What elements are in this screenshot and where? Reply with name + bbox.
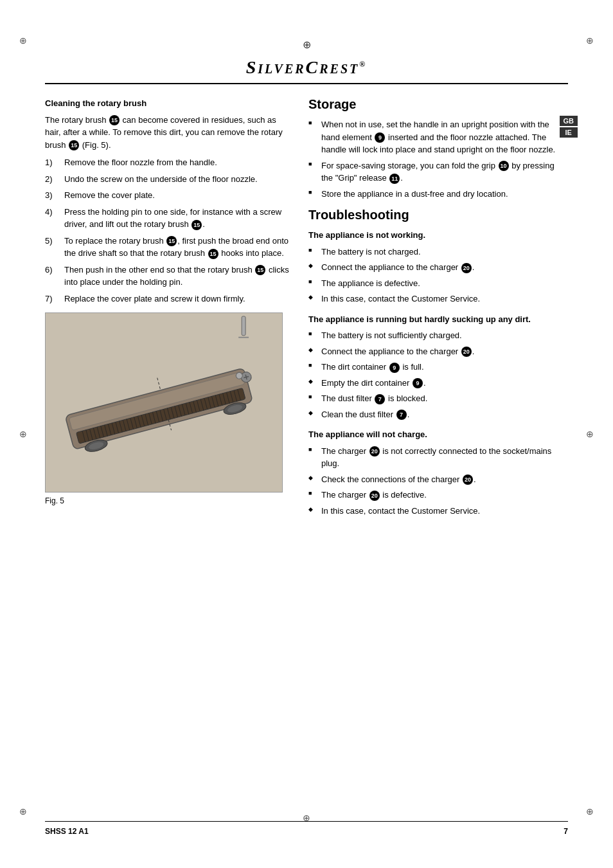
circle-20-2: 20 bbox=[461, 347, 472, 357]
figure-container: Fig. 5 bbox=[45, 312, 289, 507]
circle-20-1: 20 bbox=[461, 263, 472, 273]
svg-rect-57 bbox=[242, 316, 245, 336]
compass-top: ⊕ bbox=[303, 39, 311, 51]
not-working-item-2: Connect the appliance to the charger 20. bbox=[308, 261, 568, 274]
brand-text: SilverCrest bbox=[246, 57, 360, 77]
circle-9-1: 9 bbox=[375, 132, 385, 143]
rotary-brush-intro: The rotary brush 15 can become covered i… bbox=[45, 114, 289, 152]
circle-15-5: 15 bbox=[208, 249, 218, 259]
compass-left: ⊕ bbox=[19, 429, 27, 439]
circle-15-6: 15 bbox=[255, 265, 265, 275]
reg-mark-bottom-left: ⊕ bbox=[19, 806, 27, 817]
page: ⊕ ⊕ ⊕ ⊕ ⊕ ⊕ ⊕ SilverCrest® GB IE Cleanin… bbox=[0, 0, 613, 868]
reg-mark-bottom-right: ⊕ bbox=[586, 806, 594, 817]
figure-image bbox=[45, 312, 283, 493]
not-working-item-4: In this case, contact the Customer Servi… bbox=[308, 293, 568, 305]
storage-section: Storage When not in use, set the handle … bbox=[308, 97, 568, 200]
reg-mark-top-right: ⊕ bbox=[586, 35, 594, 46]
not-charge-item-3: The charger 20 is defective. bbox=[308, 489, 568, 502]
not-sucking-item-4: Empty the dirt container 9. bbox=[308, 377, 568, 390]
not-working-item-3: The appliance is defective. bbox=[308, 277, 568, 290]
steps-list: 1) Remove the floor nozzle from the hand… bbox=[45, 156, 289, 305]
circle-15-2: 15 bbox=[69, 140, 79, 150]
rotary-brush-heading: Cleaning the rotary brush bbox=[45, 97, 289, 110]
storage-list: When not in use, set the handle in an up… bbox=[308, 118, 568, 200]
not-working-list: The battery is not charged. Connect the … bbox=[308, 246, 568, 305]
circle-15-1: 15 bbox=[109, 115, 120, 125]
compass-right: ⊕ bbox=[586, 429, 594, 439]
not-working-heading: The appliance is not working. bbox=[308, 229, 568, 242]
not-charge-heading: The appliance will not charge. bbox=[308, 428, 568, 441]
reg-mark-top-left: ⊕ bbox=[19, 35, 27, 46]
circle-10: 10 bbox=[499, 161, 509, 171]
step-5: 5) To replace the rotary brush 15, first… bbox=[45, 235, 289, 260]
storage-heading: Storage bbox=[308, 97, 568, 112]
troubleshooting-section: Troubleshooting The appliance is not wor… bbox=[308, 208, 568, 517]
not-sucking-list: The battery is not sufficiently charged.… bbox=[308, 329, 568, 420]
brand-name: SilverCrest® bbox=[246, 57, 368, 78]
step-4: 4) Press the holding pin to one side, fo… bbox=[45, 206, 289, 231]
storage-item-1: When not in use, set the handle in an up… bbox=[308, 118, 568, 156]
troubleshooting-heading: Troubleshooting bbox=[308, 208, 568, 222]
not-sucking-item-1: The battery is not sufficiently charged. bbox=[308, 329, 568, 342]
not-working-item-1: The battery is not charged. bbox=[308, 246, 568, 258]
not-sucking-section: The appliance is running but hardly suck… bbox=[308, 313, 568, 421]
figure-svg bbox=[46, 313, 282, 492]
not-sucking-item-6: Clean the dust filter 7. bbox=[308, 408, 568, 421]
right-column: Storage When not in use, set the handle … bbox=[308, 97, 568, 525]
circle-9-2: 9 bbox=[389, 363, 400, 373]
circle-15-3: 15 bbox=[191, 220, 202, 230]
not-charge-item-1: The charger 20 is not correctly connecte… bbox=[308, 445, 568, 470]
step-3: 3) Remove the cover plate. bbox=[45, 189, 289, 202]
top-compass: ⊕ bbox=[45, 39, 568, 51]
circle-9-3: 9 bbox=[413, 378, 423, 388]
not-sucking-item-2: Connect the appliance to the charger 20. bbox=[308, 345, 568, 358]
figure-caption: Fig. 5 bbox=[45, 495, 289, 507]
footer-model: SHSS 12 A1 bbox=[45, 827, 89, 836]
footer: SHSS 12 A1 7 bbox=[45, 821, 568, 836]
not-charge-item-4: In this case, contact the Customer Servi… bbox=[308, 505, 568, 518]
main-content: Cleaning the rotary brush The rotary bru… bbox=[45, 97, 568, 525]
step-1: 1) Remove the floor nozzle from the hand… bbox=[45, 156, 289, 169]
storage-item-2: For space-saving storage, you can fold t… bbox=[308, 159, 568, 185]
not-working-section: The appliance is not working. The batter… bbox=[308, 229, 568, 305]
brand-tm: ® bbox=[359, 60, 367, 69]
footer-page: 7 bbox=[564, 827, 568, 836]
circle-7-1: 7 bbox=[375, 394, 385, 404]
not-sucking-heading: The appliance is running but hardly suck… bbox=[308, 313, 568, 326]
circle-20-5: 20 bbox=[369, 491, 380, 501]
left-column: Cleaning the rotary brush The rotary bru… bbox=[45, 97, 289, 525]
step-7: 7) Replace the cover plate and screw it … bbox=[45, 293, 289, 305]
step-6: 6) Then push in the other end so that th… bbox=[45, 264, 289, 289]
circle-7-2: 7 bbox=[396, 410, 407, 420]
not-charge-list: The charger 20 is not correctly connecte… bbox=[308, 445, 568, 518]
circle-15-4: 15 bbox=[166, 236, 177, 246]
not-sucking-item-5: The dust filter 7 is blocked. bbox=[308, 392, 568, 405]
circle-11: 11 bbox=[389, 174, 400, 184]
circle-20-4: 20 bbox=[463, 475, 473, 485]
brand-header: SilverCrest® bbox=[45, 57, 568, 84]
not-sucking-item-3: The dirt container 9 is full. bbox=[308, 361, 568, 374]
circle-20-3: 20 bbox=[369, 446, 380, 457]
step-2: 2) Undo the screw on the underside of th… bbox=[45, 173, 289, 186]
not-charge-section: The appliance will not charge. The charg… bbox=[308, 428, 568, 517]
storage-item-3: Store the appliance in a dust-free and d… bbox=[308, 188, 568, 201]
not-charge-item-2: Check the connections of the charger 20. bbox=[308, 473, 568, 486]
